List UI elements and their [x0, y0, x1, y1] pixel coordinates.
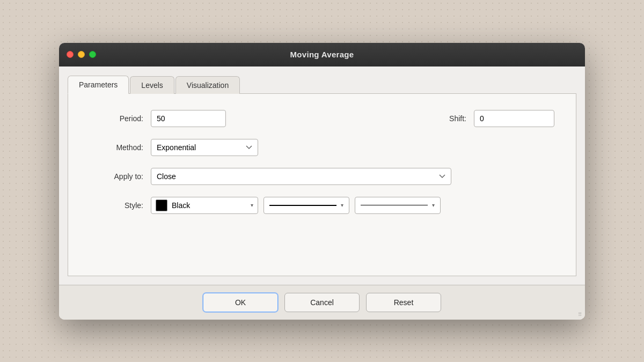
tab-levels[interactable]: Levels	[130, 76, 174, 94]
titlebar: Moving Average	[59, 43, 585, 67]
tab-parameters[interactable]: Parameters	[68, 76, 129, 94]
tab-panel-parameters: Period: Shift: Method: Simple Exponentia…	[68, 94, 576, 276]
cancel-button[interactable]: Cancel	[284, 293, 360, 312]
close-button[interactable]	[67, 51, 74, 58]
tab-visualization[interactable]: Visualization	[175, 76, 240, 94]
line-style-2-arrow: ▾	[432, 202, 435, 208]
content: Parameters Levels Visualization Period: …	[59, 67, 585, 285]
period-input[interactable]	[151, 110, 226, 127]
method-select[interactable]: Simple Exponential Smoothed Linear Weigh…	[151, 139, 258, 156]
color-swatch	[156, 200, 167, 211]
line-preview-2	[361, 205, 428, 205]
period-shift-row: Period: Shift:	[90, 110, 554, 127]
traffic-lights	[67, 51, 96, 58]
method-row: Method: Simple Exponential Smoothed Line…	[90, 139, 554, 156]
period-label: Period:	[90, 114, 143, 123]
color-select[interactable]: Black ▾	[151, 197, 258, 214]
ok-button[interactable]: OK	[203, 293, 278, 312]
apply-select[interactable]: Close Open High Low Median Typical Weigh…	[151, 168, 451, 185]
style-row: Style: Black ▾ ▾ ▾	[90, 197, 554, 214]
method-label: Method:	[90, 143, 143, 152]
line-style-2-select[interactable]: ▾	[355, 197, 441, 214]
line-preview-1	[269, 205, 336, 206]
shift-input[interactable]	[474, 110, 554, 127]
footer: OK Cancel Reset ⠿	[59, 285, 585, 320]
shift-group: Shift:	[449, 110, 554, 127]
reset-button[interactable]: Reset	[366, 293, 441, 312]
color-dropdown-arrow: ▾	[251, 202, 253, 208]
color-label: Black	[172, 201, 251, 210]
line-style-1-select[interactable]: ▾	[264, 197, 349, 214]
window-title: Moving Average	[290, 50, 354, 59]
style-label: Style:	[90, 201, 143, 210]
minimize-button[interactable]	[78, 51, 85, 58]
line-style-1-arrow: ▾	[341, 202, 343, 208]
apply-row: Apply to: Close Open High Low Median Typ…	[90, 168, 554, 185]
maximize-button[interactable]	[89, 51, 96, 58]
apply-label: Apply to:	[90, 172, 143, 181]
tab-bar: Parameters Levels Visualization	[68, 75, 576, 94]
resize-handle[interactable]: ⠿	[578, 312, 582, 317]
window: Moving Average Parameters Levels Visuali…	[59, 43, 585, 320]
shift-label: Shift:	[449, 114, 466, 123]
